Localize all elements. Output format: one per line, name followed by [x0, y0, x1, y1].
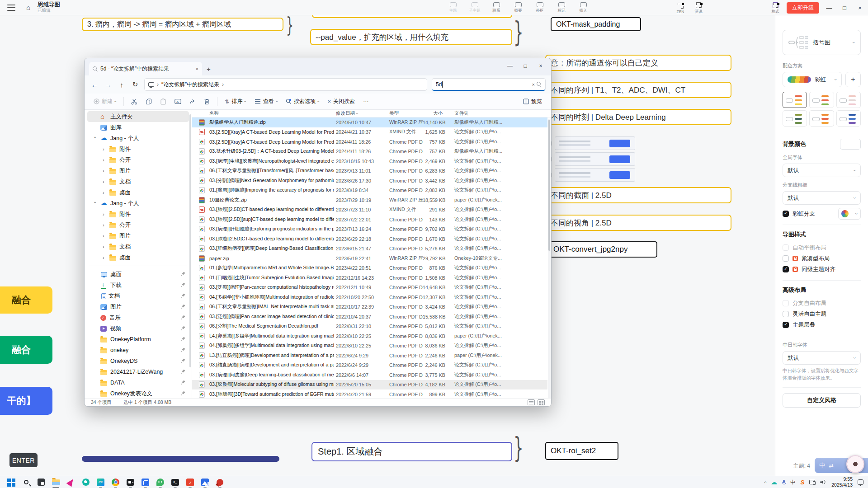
sidebar-item[interactable]: › 公开	[87, 155, 189, 165]
sidebar-item[interactable]: › 桌面	[87, 269, 189, 280]
large-icons-view-button[interactable]	[538, 399, 545, 405]
sidebar-item[interactable]: › 桌面	[87, 252, 189, 263]
chevron-icon[interactable]: ›	[93, 202, 98, 205]
ime-mode-icon[interactable]: 中	[790, 479, 796, 486]
cjk-font-dropdown[interactable]: 默认›	[783, 351, 861, 365]
up-button[interactable]: ↑	[117, 81, 126, 89]
structure-selector[interactable]: 括号图 ›	[783, 30, 861, 55]
mindmap-node[interactable]: 3. 瘤内，瘤周 -> 瘤周 = 瘤内区域 + 瘤周区域	[82, 18, 283, 31]
column-type[interactable]: 类型	[387, 110, 423, 117]
ime-toolbar[interactable]: 中 ⇄	[815, 458, 868, 473]
cloud-tray-icon[interactable]: ☁	[771, 479, 777, 486]
panel-option[interactable]: 同级主题对齐	[783, 264, 861, 275]
chevron-icon[interactable]: ›	[103, 190, 106, 195]
03.[肺腺癌][3D]Toward automatic prediction of EGFR mutation ...[interactable]: 03.[肺腺癌][3D]Toward automatic prediction …	[192, 389, 547, 398]
sidebar-item[interactable]: › 图片	[87, 301, 189, 312]
03.[肺癌][2.5D]CT-based deep learning model to differentiate i...[interactable]: 03.[肺癌][2.5D]CT-based deep learning mode…	[192, 205, 547, 215]
01.[口咽癌][生境]Tumor Subregion Evolution-Based Imaging Fea...[interactable]: 01.[口咽癌][生境]Tumor Subregion Evolution-Ba…	[192, 273, 547, 283]
sidebar-item[interactable]: › onekey	[87, 345, 189, 356]
03.[泛癌][病理]Pan-cancer image-based detection of clinically a...[interactable]: 03.[泛癌][病理]Pan-cancer image-based detect…	[192, 312, 547, 322]
column-folder[interactable]: 文件夹	[445, 110, 547, 117]
03.[病理][肝细胞癌]Exploring prognostic indicators in the pathol...[interactable]: 03.[病理][肝细胞癌]Exploring prognostic indica…	[192, 225, 547, 235]
03.[泛癌][病理]Pan-cancer computational histopathology reveal...[interactable]: 03.[泛癌][病理]Pan-cancer computational hist…	[192, 283, 547, 293]
mindmap-node[interactable]: 不同的时刻 | Delta Deep Learning	[545, 109, 731, 125]
zen-mode-button[interactable]: ZEN	[674, 1, 687, 14]
search-button[interactable]	[21, 478, 31, 487]
home-icon[interactable]: ⌂	[26, 4, 30, 11]
app-mountain[interactable]	[200, 478, 210, 487]
notification-icon[interactable]	[858, 479, 863, 485]
03.技术升级03-[2.5D]：A CT-based Deep Learning Model for Pr...[interactable]: 03.技术升级03-[2.5D]：A CT-based Deep Learnin…	[192, 147, 547, 157]
sort-button[interactable]: ⇅排序›	[221, 95, 250, 108]
app-bird[interactable]	[215, 478, 225, 487]
mindmap-node[interactable]: 融合	[0, 286, 52, 314]
new-tab-button[interactable]: +	[207, 65, 211, 73]
file-explorer-window[interactable]: 5d - “论文拆解”中的搜索结果 × + — □ × ← → ↑ ↻ › “论…	[84, 58, 552, 407]
sidebar-item[interactable]: › Onekey发表论文	[87, 388, 189, 398]
back-button[interactable]: ←	[90, 81, 99, 89]
details-view-button[interactable]	[528, 399, 535, 405]
sidebar-item[interactable]: › OnekeyDS	[87, 356, 189, 366]
影像组学从入门到精通.zip[interactable]: 影像组学从入门到精通.zip 2024/5/10 10:47 WinRAR ZI…	[192, 117, 547, 127]
chevron-icon[interactable]: ›	[103, 233, 106, 239]
clear-search-icon[interactable]: ×	[532, 82, 535, 87]
cast-icon[interactable]	[809, 480, 815, 484]
view-button[interactable]: 查看›	[251, 95, 281, 108]
panel-option[interactable]: 灵活自由主题	[783, 309, 861, 319]
paste-button[interactable]	[156, 96, 170, 107]
copy-button[interactable]	[142, 96, 156, 107]
tab-close-icon[interactable]: ×	[196, 66, 198, 71]
global-font-dropdown[interactable]: 默认›	[783, 164, 861, 177]
column-size[interactable]: 大小	[423, 110, 445, 117]
header-tool-button[interactable]: 联系	[489, 0, 504, 14]
chevron-icon[interactable]: ›	[103, 146, 106, 152]
sidebar-item[interactable]: › 图片	[87, 165, 189, 176]
10篇经典论文.zip[interactable]: 10篇经典论文.zip 2023/7/29 10:19 WinRAR ZIP 压…	[192, 195, 547, 205]
theme-tile[interactable]	[809, 110, 834, 127]
03.[肺癌][2.5D][sup]CT-based deep learning model to differenti...[interactable]: 03.[肺癌][2.5D][sup]CT-based deep learning…	[192, 215, 547, 225]
sidebar-item[interactable]: › 公开	[87, 220, 189, 230]
app-blue[interactable]	[141, 478, 150, 487]
sidebar-item[interactable]: › 音乐	[87, 312, 189, 323]
color-scheme-selector[interactable]: 彩虹 ›	[783, 72, 842, 87]
sidebar-item[interactable]: › 附件	[87, 144, 189, 155]
volume-icon[interactable]	[820, 480, 826, 485]
mindmap-node[interactable]: 不同的视角 | 2.5D	[545, 215, 731, 231]
checkbox[interactable]	[783, 300, 789, 306]
explorer-tab[interactable]: 5d - “论文拆解”中的搜索结果 ×	[89, 62, 202, 75]
sidebar-item[interactable]: › 图片	[87, 230, 189, 241]
panel-option[interactable]: 分支自由布局	[783, 298, 861, 309]
remote-pointer-app[interactable]	[66, 478, 75, 487]
checkbox[interactable]	[783, 244, 789, 251]
delete-button[interactable]	[200, 96, 213, 107]
03.[肝细胞病变][病理]Deep Learning-Based Classification of Hep...[interactable]: 03.[肝细胞病变][病理]Deep Learning-Based Classi…	[192, 244, 547, 254]
checkbox[interactable]	[783, 211, 789, 217]
clock[interactable]: 9:55 2025/4/13	[831, 476, 853, 488]
sidebar-item[interactable]: › 图库	[87, 122, 189, 133]
minimize-button[interactable]: —	[824, 5, 835, 11]
sidebar-item[interactable]: › Jang - 个人	[87, 198, 189, 209]
mindmap-node[interactable]: Step1. 区域融合	[311, 442, 512, 461]
theme-tile[interactable]	[783, 92, 807, 108]
start-button[interactable]	[6, 478, 16, 487]
todesk-app[interactable]	[81, 478, 90, 487]
checkbox[interactable]	[783, 266, 789, 272]
03.[2.5D][Xray]A CT-based Deep Learning Model for Predicting...[interactable]: 03.[2.5D][Xray]A CT-based Deep Learning …	[192, 127, 547, 137]
paper.zip[interactable]: paper.zip 2023/5/19 22:41 WinRAR ZIP 压缩文…	[192, 253, 547, 263]
03.[肺癌][2.5D]CT-based deep learning model to differentiate i...[interactable]: 03.[肺癌][2.5D]CT-based deep learning mode…	[192, 234, 547, 244]
window-minimize-button[interactable]: —	[503, 61, 517, 71]
sidebar-item[interactable]: › 文档	[87, 241, 189, 252]
header-tool-button[interactable]: 标记	[554, 0, 569, 14]
attachment-thumbnail[interactable]	[547, 152, 635, 166]
04.[多组学][非小细胞肺癌]Multimodal integration of radiology, p...[interactable]: 04.[多组学][非小细胞肺癌]Multimodal integration o…	[192, 292, 547, 302]
sidebar-item[interactable]: › 视频	[87, 323, 189, 334]
refresh-button[interactable]: ↻	[131, 80, 140, 89]
maximize-button[interactable]: □	[839, 5, 850, 11]
search-options-button[interactable]: 搜索选项›	[282, 95, 323, 108]
header-tool-button[interactable]: 外框	[532, 0, 547, 14]
L4.[卵巢癌][多组学]Multimodal data integration using machine l...[interactable]: L4.[卵巢癌][多组学]Multimodal data integration…	[192, 331, 547, 341]
theme-tile[interactable]	[809, 92, 834, 108]
list-scrollbar[interactable]	[548, 119, 551, 398]
app-red[interactable]: ♪	[185, 478, 195, 487]
background-color-swatch[interactable]	[840, 139, 861, 150]
